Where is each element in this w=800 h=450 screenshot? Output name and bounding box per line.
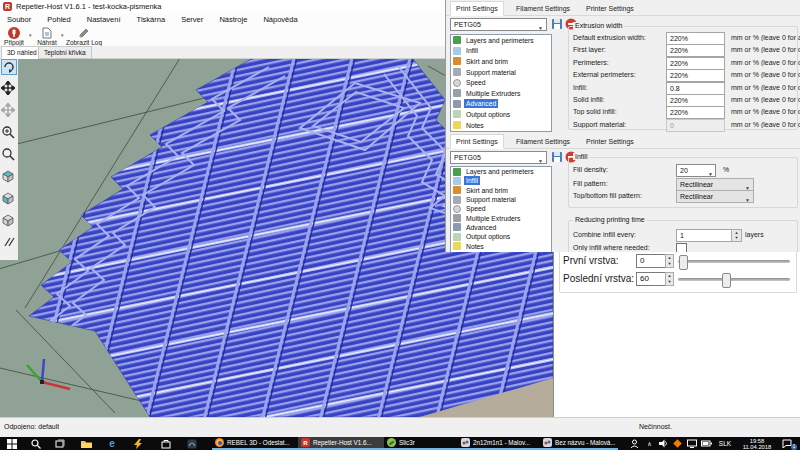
zoom-region-button[interactable] xyxy=(1,147,17,163)
section-notes[interactable]: Notes xyxy=(451,241,551,250)
section-infill[interactable]: Infill xyxy=(451,176,551,185)
taskbar-button-slic3r[interactable]: Slic3r xyxy=(384,437,460,450)
preset-combo[interactable]: PETG05 ▼ xyxy=(450,151,547,164)
slider-handle[interactable] xyxy=(679,255,688,270)
menu-pohled[interactable]: Pohled xyxy=(40,13,77,26)
paint-icon xyxy=(543,438,552,447)
volume-icon[interactable] xyxy=(656,438,670,449)
section-support-material[interactable]: Support material xyxy=(451,195,551,204)
menu-server[interactable]: Server xyxy=(174,13,210,26)
show-log-button[interactable]: Zobrazit Log xyxy=(64,27,104,46)
slic3r-icon xyxy=(387,438,396,447)
builder-app-icon[interactable] xyxy=(182,438,202,449)
section-support-material[interactable]: Support material xyxy=(451,67,551,78)
language-indicator[interactable]: SLK xyxy=(714,438,736,449)
perimeters-field[interactable]: 220% xyxy=(666,57,725,70)
show-hidden-icons-chevron[interactable]: ∧ xyxy=(643,438,656,449)
isometric-view-button[interactable] xyxy=(1,169,17,185)
media-app-icon[interactable] xyxy=(128,438,148,449)
clock[interactable]: 19:58 11.04.2018 xyxy=(738,438,776,449)
combine-infill-field[interactable]: 1 xyxy=(676,229,733,242)
store-icon[interactable] xyxy=(156,438,176,449)
default-extrusion-width-field[interactable]: 220% xyxy=(666,32,725,45)
tab-3d-view[interactable]: 3D náhled xyxy=(1,46,43,59)
move-viewpoint-button[interactable] xyxy=(1,103,17,119)
antivirus-tray-icon[interactable] xyxy=(670,438,684,449)
file-explorer-icon[interactable] xyxy=(76,438,96,449)
taskbar-button-firefox[interactable]: REBEL 3D - Odeslat... xyxy=(212,437,298,450)
spinner-arrows[interactable]: ▲▼ xyxy=(665,254,674,268)
solid-infill-field[interactable]: 220% xyxy=(666,94,725,107)
section-advanced[interactable]: Advanced xyxy=(451,223,551,232)
speed-clock-icon xyxy=(453,205,461,213)
taskbar-button-paint-1[interactable]: 2n12m1n1 - Malov... xyxy=(458,437,542,450)
spinner-arrows[interactable]: ▲▼ xyxy=(731,229,742,242)
last-layer-spinbox[interactable]: 60 xyxy=(636,272,667,286)
external-perimeters-field[interactable]: 220% xyxy=(666,69,725,82)
task-view-button[interactable] xyxy=(50,438,70,449)
first-layer-slider[interactable] xyxy=(678,260,790,263)
display-tray-icon[interactable] xyxy=(684,438,699,449)
battery-icon[interactable] xyxy=(699,438,714,449)
top-view-button[interactable] xyxy=(1,213,17,229)
infill-width-field[interactable]: 0.8 xyxy=(666,82,725,95)
fill-density-combo[interactable]: 20 ▼ xyxy=(676,164,716,177)
section-layers-perimeters[interactable]: Layers and perimeters xyxy=(451,167,551,176)
tab-printer-settings[interactable]: Printer Settings xyxy=(580,134,640,149)
connect-dropdown-arrow[interactable]: ▾ xyxy=(29,32,32,38)
edge-browser-icon[interactable]: e xyxy=(102,438,122,449)
section-infill[interactable]: Infill xyxy=(451,46,551,57)
section-speed[interactable]: Speed xyxy=(451,204,551,213)
move-object-button[interactable] xyxy=(1,81,17,97)
tab-temperature-curve[interactable]: Teplotní křivka xyxy=(38,46,92,59)
section-layers-perimeters[interactable]: Layers and perimeters xyxy=(451,35,551,46)
section-skirt-brim[interactable]: Skirt and brim xyxy=(451,56,551,67)
load-button[interactable]: Náhrát xyxy=(34,27,60,46)
section-output-options[interactable]: Output options xyxy=(451,109,551,120)
save-preset-icon[interactable] xyxy=(551,151,563,163)
first-layer-spinbox[interactable]: 0 xyxy=(636,254,667,268)
slider-handle[interactable] xyxy=(722,273,731,288)
zoom-in-button[interactable] xyxy=(1,125,17,141)
only-infill-checkbox[interactable] xyxy=(676,243,687,252)
section-speed[interactable]: Speed xyxy=(451,77,551,88)
tab-print-settings[interactable]: Print Settings xyxy=(450,134,504,149)
section-notes[interactable]: Notes xyxy=(451,120,551,131)
section-skirt-brim[interactable]: Skirt and brim xyxy=(451,186,551,195)
menu-tiskarna[interactable]: Tiskárna xyxy=(130,13,172,26)
top-solid-infill-field[interactable]: 220% xyxy=(666,106,725,119)
groupbox-title: Reducing printing time xyxy=(573,216,647,223)
menu-nastroje[interactable]: Nástroje xyxy=(212,13,254,26)
preset-combo[interactable]: PETG05 ▼ xyxy=(450,18,547,31)
first-layer-field[interactable]: 220% xyxy=(666,44,725,57)
connect-plug-icon xyxy=(8,27,20,39)
start-button[interactable] xyxy=(2,438,22,449)
notes-icon xyxy=(453,242,461,250)
section-advanced[interactable]: Advanced xyxy=(451,99,551,110)
taskbar-button-paint-2[interactable]: Bez názvu - Malová... xyxy=(540,437,618,450)
search-icon[interactable] xyxy=(26,438,46,449)
menu-napoveda[interactable]: Nápověda xyxy=(256,13,304,26)
section-output-options[interactable]: Output options xyxy=(451,232,551,241)
connect-button[interactable]: Připojit xyxy=(0,27,28,46)
section-multiple-extruders[interactable]: Multiple Extruders xyxy=(451,88,551,99)
menu-nastaveni[interactable]: Nastavení xyxy=(80,13,128,26)
tab-filament-settings[interactable]: Filament Settings xyxy=(510,1,576,16)
action-center-icon[interactable]: 1 xyxy=(778,438,796,449)
tab-filament-settings[interactable]: Filament Settings xyxy=(510,134,576,149)
rotate-view-button[interactable] xyxy=(1,59,17,75)
last-layer-slider[interactable] xyxy=(678,278,790,281)
menu-soubor[interactable]: Soubor xyxy=(0,13,38,26)
unit-label: mm or % (leave 0 for auto) xyxy=(731,34,800,41)
parallel-projection-button[interactable] xyxy=(1,235,17,251)
front-view-button[interactable] xyxy=(1,191,17,207)
people-tray-icon[interactable] xyxy=(626,438,642,449)
spinner-arrows[interactable]: ▲▼ xyxy=(665,272,674,286)
top-bottom-fill-pattern-dropdown[interactable]: Rectilinear ▼ xyxy=(676,190,754,203)
tab-print-settings[interactable]: Print Settings xyxy=(450,1,504,16)
title-bar[interactable]: R Repetier-Host V1.6.1 - test-kocka-pism… xyxy=(0,0,447,13)
section-multiple-extruders[interactable]: Multiple Extruders xyxy=(451,213,551,222)
save-preset-icon[interactable] xyxy=(551,18,563,30)
taskbar-button-repetier[interactable]: R Repetier-Host V1.6... xyxy=(298,437,384,450)
tab-printer-settings[interactable]: Printer Settings xyxy=(580,1,640,16)
